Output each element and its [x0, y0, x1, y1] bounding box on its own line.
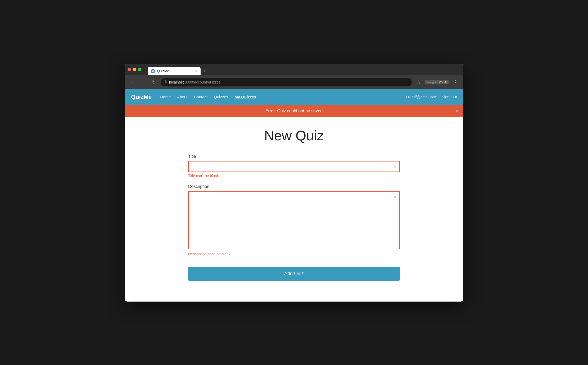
description-clear-button[interactable]: ✕ — [393, 194, 397, 199]
description-label: Description — [188, 184, 400, 189]
bookmark-button[interactable]: ☆ — [415, 78, 422, 86]
title-form-group: Title ✕ Title can't be blank. — [188, 154, 400, 178]
add-quiz-button[interactable]: Add Quiz — [188, 267, 400, 281]
title-error: Title can't be blank. — [188, 174, 400, 178]
forward-button[interactable]: → — [139, 78, 147, 86]
app-brand[interactable]: QuizMe — [131, 94, 152, 100]
app-navbar: QuizMe Home About Contact Quizzes My Qui… — [125, 89, 463, 105]
nav-about[interactable]: About — [177, 95, 187, 99]
nav-home[interactable]: Home — [160, 95, 171, 99]
chrome-addressbar: ← → ↻ ⓘ localhost:3000/account/quizzes ☆… — [125, 75, 463, 89]
menu-button[interactable]: ⋮ — [452, 78, 459, 86]
nav-quizzes[interactable]: Quizzes — [214, 95, 228, 99]
error-message: Error: Quiz could not be saved — [265, 109, 323, 113]
error-close-button[interactable]: × — [455, 108, 458, 114]
browser-window: Q QuizMe × + ← → ↻ ⓘ localhost:3000/acco… — [125, 64, 463, 302]
browser-actions: ☆ Incognito (2) 🕵 ⋮ — [415, 78, 459, 86]
title-input[interactable] — [188, 161, 400, 172]
title-label: Title — [188, 154, 400, 159]
traffic-lights — [128, 68, 141, 71]
address-text: localhost:3000/account/quizzes — [169, 80, 221, 84]
user-greeting: Hi, sdf@email.com — [406, 95, 437, 99]
description-input-wrapper: ✕ — [188, 191, 400, 250]
close-traffic-light[interactable] — [128, 68, 131, 71]
chrome-titlebar: Q QuizMe × + — [125, 64, 463, 75]
title-input-wrapper: ✕ — [188, 161, 400, 172]
maximize-traffic-light[interactable] — [138, 68, 141, 71]
title-clear-button[interactable]: ✕ — [393, 164, 397, 169]
main-content: New Quiz Title ✕ Title can't be blank. D… — [188, 117, 400, 297]
minimize-traffic-light[interactable] — [133, 68, 136, 71]
incognito-icon: 🕵 — [444, 80, 447, 84]
nav-contact[interactable]: Contact — [194, 95, 207, 99]
tab-favicon: Q — [151, 69, 155, 73]
browser-tab[interactable]: Q QuizMe × — [148, 67, 201, 75]
nav-my-quizzes[interactable]: My Quizzes — [234, 95, 256, 99]
page-content: QuizMe Home About Contact Quizzes My Qui… — [125, 89, 463, 297]
incognito-badge: Incognito (2) 🕵 — [424, 80, 450, 84]
address-bar[interactable]: ⓘ localhost:3000/account/quizzes — [161, 78, 412, 86]
description-form-group: Description ✕ Description can't be blank… — [188, 184, 400, 256]
svg-text:Q: Q — [152, 70, 154, 72]
app-nav-links: Home About Contact Quizzes My Quizzes — [160, 95, 406, 99]
description-error: Description can't be blank. — [188, 252, 400, 256]
description-textarea[interactable] — [188, 191, 400, 249]
app-user-area: Hi, sdf@email.com Sign Out — [406, 95, 457, 99]
page-title: New Quiz — [188, 128, 400, 144]
error-banner: Error: Quiz could not be saved × — [125, 105, 463, 117]
reload-button[interactable]: ↻ — [150, 78, 157, 86]
new-tab-button[interactable]: + — [201, 68, 208, 74]
tab-title: QuizMe — [157, 69, 193, 73]
lock-icon: ⓘ — [164, 80, 167, 84]
tab-close-button[interactable]: × — [195, 69, 197, 73]
back-button[interactable]: ← — [129, 78, 136, 86]
sign-out-button[interactable]: Sign Out — [442, 95, 457, 99]
